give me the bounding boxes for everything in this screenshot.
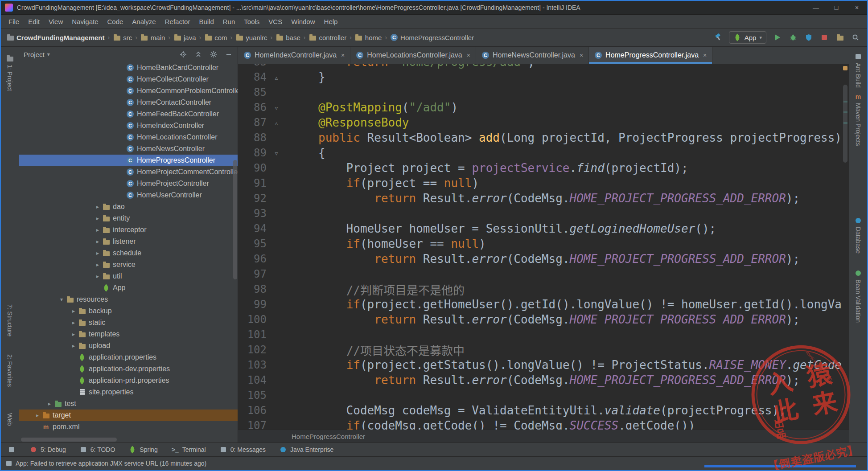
breadcrumb-item-java[interactable]: java — [173, 34, 196, 41]
tree-item-homeindexcontroller[interactable]: CHomeIndexController — [19, 120, 238, 131]
line-number[interactable]: 88 — [238, 131, 267, 144]
open-folder-button[interactable] — [835, 33, 844, 42]
line-number[interactable]: 104 — [238, 374, 267, 386]
line-number[interactable]: 97 — [238, 268, 267, 280]
line-number[interactable]: 100 — [238, 313, 267, 326]
line-number[interactable]: 99 — [238, 298, 267, 311]
event-log-icon[interactable] — [6, 461, 12, 466]
line-number[interactable]: 107 — [238, 419, 267, 430]
tree-item-site-properties[interactable]: site.properties — [19, 386, 238, 398]
line-number[interactable]: 87 — [238, 116, 267, 129]
menu-file[interactable]: File — [4, 16, 23, 27]
hide-button[interactable] — [224, 50, 233, 59]
tree-item-homeprojectcontroller[interactable]: CHomeProjectController — [19, 178, 238, 189]
tab-homeindexcontroller-java[interactable]: CHomeIndexController.java× — [238, 47, 350, 64]
tool-window-terminal[interactable]: >_Terminal — [171, 446, 206, 453]
tab-close-icon[interactable]: × — [467, 52, 470, 59]
chevron-expanded-icon[interactable]: ▾ — [57, 296, 66, 303]
chevron-collapsed-icon[interactable]: ▸ — [93, 262, 102, 268]
chevron-collapsed-icon[interactable]: ▸ — [93, 204, 102, 210]
chevron-collapsed-icon[interactable]: ▸ — [33, 412, 42, 418]
tree-item-homeprogresscontroller[interactable]: CHomeProgressController — [19, 155, 238, 166]
line-number[interactable]: 103 — [238, 359, 267, 371]
tool-stripe-maven-projects[interactable]: mMaven Projects — [849, 93, 867, 146]
menu-analyze[interactable]: Analyze — [128, 16, 160, 27]
tab-close-icon[interactable]: × — [341, 52, 345, 59]
line-number[interactable]: 84 — [238, 71, 267, 83]
run-configuration-selector[interactable]: App▾ — [729, 31, 766, 44]
tree-item-static[interactable]: ▸static — [19, 317, 238, 328]
tree-item-dao[interactable]: ▸dao — [19, 201, 238, 213]
tab-close-icon[interactable]: × — [703, 52, 707, 59]
fold-marker-icon[interactable]: ▵ — [267, 73, 286, 82]
line-number[interactable]: 94 — [238, 222, 267, 235]
tree-item-homebankcardcontroller[interactable]: CHomeBankCardController — [19, 62, 238, 74]
menu-view[interactable]: View — [45, 16, 67, 27]
chevron-collapsed-icon[interactable]: ▸ — [69, 331, 78, 337]
tool-stripe-2-favorites[interactable]: 2: Favorites — [1, 354, 19, 387]
menu-navigate[interactable]: Navigate — [68, 16, 102, 27]
settings-button[interactable] — [209, 50, 218, 59]
project-tree-vertical-scrollbar[interactable] — [233, 160, 237, 279]
tree-item-resources[interactable]: ▾resources — [19, 294, 238, 305]
breadcrumb-item-main[interactable]: main — [140, 34, 165, 41]
breadcrumb-item-src[interactable]: src — [113, 34, 132, 41]
line-number[interactable]: 85 — [238, 86, 267, 98]
breadcrumb-item-crowdfundingmanagement[interactable]: CrowdFundingManagement — [6, 34, 105, 41]
line-number[interactable]: 83 — [238, 64, 267, 68]
menu-refactor[interactable]: Refactor — [161, 16, 194, 27]
tree-item-pom-xml[interactable]: mpom.xml — [19, 421, 238, 433]
run-button[interactable] — [773, 33, 782, 42]
search-everywhere-button[interactable] — [851, 33, 860, 42]
chevron-collapsed-icon[interactable]: ▸ — [69, 319, 78, 326]
tool-window-6-todo[interactable]: 6: TODO — [79, 446, 115, 453]
tree-item-application-dev-properties[interactable]: application-dev.properties — [19, 363, 238, 375]
line-number[interactable]: 91 — [238, 177, 267, 189]
tree-item-homeprojectcommentcontroller[interactable]: CHomeProjectCommentController — [19, 166, 238, 178]
locate-button[interactable] — [179, 50, 188, 59]
collapse-all-button[interactable] — [194, 50, 203, 59]
chevron-collapsed-icon[interactable]: ▸ — [93, 273, 102, 279]
menu-vcs[interactable]: VCS — [264, 16, 286, 27]
maximize-button[interactable]: □ — [826, 1, 847, 14]
tree-item-homecontactcontroller[interactable]: CHomeContactController — [19, 97, 238, 108]
tool-stripe-database[interactable]: Database — [849, 217, 867, 254]
line-number[interactable]: 102 — [238, 344, 267, 356]
tree-item-util[interactable]: ▸util — [19, 270, 238, 282]
coverage-button[interactable] — [804, 33, 813, 42]
tree-item-listener[interactable]: ▸listener — [19, 236, 238, 247]
tree-item-backup[interactable]: ▸backup — [19, 305, 238, 317]
line-number[interactable]: 95 — [238, 238, 267, 250]
editor-breadcrumb-item[interactable]: HomeProgressController — [292, 433, 365, 440]
breadcrumb-item-yuanlrc[interactable]: yuanlrc — [235, 34, 267, 41]
tab-homelocationscontroller-java[interactable]: CHomeLocationsController.java× — [350, 47, 476, 64]
stop-button[interactable] — [820, 33, 829, 42]
debug-button[interactable] — [789, 33, 798, 42]
tree-item-service[interactable]: ▸service — [19, 259, 238, 270]
fold-marker-icon[interactable]: ▿ — [267, 148, 286, 158]
tree-item-application-prd-properties[interactable]: application-prd.properties — [19, 375, 238, 386]
tool-window-switcher-icon[interactable] — [7, 445, 16, 454]
inspections-indicator-icon[interactable] — [843, 66, 847, 70]
menu-run[interactable]: Run — [219, 16, 239, 27]
project-panel-title[interactable]: Project — [24, 51, 45, 58]
tool-stripe-1-project[interactable]: 1: Project — [1, 55, 19, 91]
tree-item-entity[interactable]: ▸entity — [19, 213, 238, 224]
tree-item-homelocationscontroller[interactable]: CHomeLocationsController — [19, 131, 238, 143]
line-number[interactable]: 93 — [238, 207, 267, 220]
chevron-collapsed-icon[interactable]: ▸ — [93, 227, 102, 233]
line-number[interactable]: 96 — [238, 253, 267, 265]
tree-item-homenewscontroller[interactable]: CHomeNewsController — [19, 143, 238, 155]
fold-marker-icon[interactable]: ▵ — [267, 118, 286, 127]
tool-window-java-enterprise[interactable]: Java Enterprise — [279, 446, 333, 453]
breadcrumb-item-base[interactable]: base — [276, 34, 300, 41]
line-number[interactable]: 105 — [238, 389, 267, 401]
tree-item-templates[interactable]: ▸templates — [19, 328, 238, 340]
chevron-collapsed-icon[interactable]: ▸ — [93, 215, 102, 221]
build-hammer-button[interactable] — [713, 33, 722, 42]
breadcrumb-item-com[interactable]: com — [204, 34, 227, 41]
tool-stripe-bean-validation[interactable]: Bean Validation — [849, 270, 867, 323]
tree-item-app[interactable]: App — [19, 282, 238, 294]
breadcrumb-item-home[interactable]: home — [355, 34, 382, 41]
chevron-collapsed-icon[interactable]: ▸ — [45, 401, 54, 407]
